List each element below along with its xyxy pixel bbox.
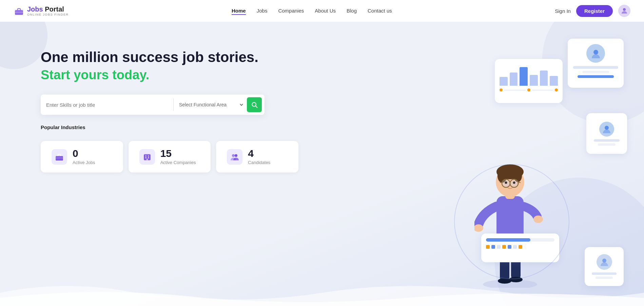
stat-number-candidates: 4 (248, 148, 270, 159)
logo-text: Jobs Portal ONLINE JOBS FINDER (27, 5, 69, 16)
small-avatar-icon (602, 124, 611, 134)
svg-rect-26 (505, 189, 515, 199)
bar-3-highlight (520, 67, 528, 86)
navbar: Jobs Portal ONLINE JOBS FINDER Home Jobs… (0, 0, 644, 22)
register-button[interactable]: Register (576, 5, 613, 17)
building-icon (143, 152, 152, 161)
svg-point-37 (605, 126, 609, 130)
logo-icon (14, 5, 24, 16)
svg-point-16 (232, 154, 235, 157)
briefcase-icon (55, 152, 64, 161)
svg-rect-15 (147, 159, 148, 160)
search-icon (251, 101, 258, 108)
nav-right: Sign In Register (555, 5, 630, 17)
dot-orange (500, 88, 503, 91)
search-input[interactable] (46, 99, 171, 110)
nav-item-about[interactable]: About Us (315, 8, 336, 14)
svg-point-25 (474, 224, 483, 232)
nav-link-jobs[interactable]: Jobs (257, 8, 268, 14)
svg-point-35 (513, 182, 515, 184)
decorative-circle-tr (542, 22, 644, 123)
svg-point-32 (510, 179, 518, 187)
search-divider (173, 99, 174, 111)
svg-point-27 (496, 167, 524, 197)
svg-rect-1 (15, 10, 23, 15)
stat-info-jobs: 0 Active Jobs (73, 148, 95, 165)
svg-point-34 (505, 182, 507, 184)
pdot-orange-1 (486, 245, 490, 249)
svg-point-31 (502, 179, 510, 187)
nav-item-jobs[interactable]: Jobs (257, 8, 268, 14)
avatar[interactable] (618, 5, 630, 17)
stat-icon-candidates (227, 149, 242, 165)
svg-point-3 (623, 8, 626, 11)
stat-card-jobs: 0 Active Jobs (41, 141, 123, 172)
search-bar: Select Functional Area Information Techn… (41, 95, 265, 115)
stat-number-jobs: 0 (73, 148, 95, 159)
signin-link[interactable]: Sign In (555, 8, 571, 14)
nav-item-blog[interactable]: Blog (347, 8, 357, 14)
stat-card-candidates: 4 Candidates (216, 141, 298, 172)
nav-link-blog[interactable]: Blog (347, 8, 357, 14)
svg-point-29 (497, 169, 507, 183)
stat-number-companies: 15 (160, 148, 196, 159)
stat-info-companies: 15 Active Companies (160, 148, 196, 165)
nav-link-contact[interactable]: Contact us (368, 8, 392, 14)
svg-point-28 (496, 164, 524, 179)
bar-1 (500, 77, 508, 86)
hero-content: One million success job stories. Start y… (0, 22, 305, 172)
svg-rect-11 (145, 156, 146, 157)
stat-label-candidates: Candidates (248, 160, 270, 165)
logo-subtitle: ONLINE JOBS FINDER (27, 13, 69, 16)
nav-item-home[interactable]: Home (232, 8, 246, 14)
popular-industries-label: Popular Industries (41, 124, 305, 130)
bar-4 (530, 75, 538, 86)
logo-title: Jobs Portal (27, 5, 69, 13)
stat-icon-jobs (52, 149, 67, 165)
small-avatar-wrap (599, 122, 614, 137)
stat-label-jobs: Active Jobs (73, 160, 95, 165)
svg-rect-13 (145, 157, 146, 158)
svg-rect-14 (148, 157, 149, 158)
nav-link-home[interactable]: Home (232, 8, 246, 15)
nav-links: Home Jobs Companies About Us Blog Contac… (232, 8, 392, 14)
nav-item-contact[interactable]: Contact us (368, 8, 392, 14)
hero-subtitle: Start yours today. (41, 68, 305, 82)
stat-label-companies: Active Companies (160, 160, 196, 165)
graph-dot-row (500, 88, 558, 91)
svg-line-5 (256, 106, 257, 108)
svg-rect-7 (56, 156, 63, 161)
stat-card-companies: 15 Active Companies (129, 141, 211, 172)
logo: Jobs Portal ONLINE JOBS FINDER (14, 5, 69, 16)
functional-area-select[interactable]: Select Functional Area Information Techn… (176, 99, 244, 110)
stat-icon-companies (139, 149, 155, 165)
svg-point-30 (514, 170, 522, 182)
stat-info-candidates: 4 Candidates (248, 148, 270, 165)
hero-title: One million success job stories. (41, 49, 305, 66)
hero-section: One million success job stories. Start y… (0, 22, 644, 306)
stats-row: 0 Active Jobs (41, 141, 298, 172)
pdot-blue-1 (491, 245, 495, 249)
svg-rect-12 (148, 156, 149, 157)
small-card-line-2 (598, 143, 616, 146)
small-card-line-1 (594, 139, 620, 142)
search-button[interactable] (247, 97, 262, 112)
dot-line (504, 90, 526, 90)
nav-link-companies[interactable]: Companies (278, 8, 304, 14)
avatar-icon (620, 7, 628, 15)
bar-2 (510, 73, 518, 86)
people-icon (230, 152, 239, 162)
nav-item-companies[interactable]: Companies (278, 8, 304, 14)
svg-point-17 (235, 154, 237, 157)
dot-orange-2 (527, 88, 530, 91)
nav-link-about[interactable]: About Us (315, 8, 336, 14)
wave-bottom (0, 279, 644, 306)
